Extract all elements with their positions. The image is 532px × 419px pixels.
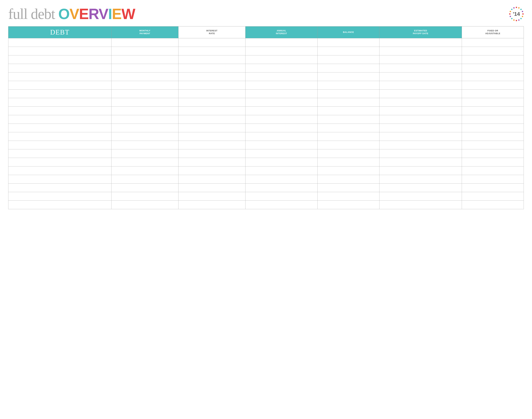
table-cell-monthly_payment[interactable] [111, 132, 178, 141]
table-cell-balance[interactable] [317, 175, 380, 183]
table-row[interactable] [8, 183, 524, 192]
table-cell-balance[interactable] [317, 149, 380, 158]
table-cell-debt[interactable] [8, 183, 112, 192]
table-cell-balance[interactable] [317, 141, 380, 149]
table-cell-debt[interactable] [8, 141, 112, 149]
table-cell-fixed_adjustable[interactable] [462, 72, 524, 81]
table-cell-monthly_payment[interactable] [111, 115, 178, 124]
table-cell-balance[interactable] [317, 47, 380, 55]
table-cell-monthly_payment[interactable] [111, 47, 178, 55]
table-cell-balance[interactable] [317, 200, 380, 209]
table-cell-annual_interest[interactable] [245, 124, 317, 132]
table-row[interactable] [8, 158, 524, 166]
table-cell-debt[interactable] [8, 200, 112, 209]
table-cell-balance[interactable] [317, 64, 380, 72]
table-cell-monthly_payment[interactable] [111, 64, 178, 72]
table-cell-fixed_adjustable[interactable] [462, 183, 524, 192]
table-cell-annual_interest[interactable] [245, 183, 317, 192]
table-cell-balance[interactable] [317, 55, 380, 64]
table-cell-interest_rate[interactable] [178, 183, 245, 192]
table-cell-monthly_payment[interactable] [111, 200, 178, 209]
table-cell-estimated_payoff[interactable] [380, 55, 462, 64]
table-cell-annual_interest[interactable] [245, 115, 317, 124]
table-cell-annual_interest[interactable] [245, 81, 317, 89]
table-cell-balance[interactable] [317, 38, 380, 47]
table-cell-fixed_adjustable[interactable] [462, 166, 524, 175]
table-cell-debt[interactable] [8, 149, 112, 158]
table-cell-monthly_payment[interactable] [111, 149, 178, 158]
table-cell-annual_interest[interactable] [245, 149, 317, 158]
table-cell-balance[interactable] [317, 81, 380, 89]
table-row[interactable] [8, 64, 524, 72]
table-row[interactable] [8, 106, 524, 115]
table-row[interactable] [8, 38, 524, 47]
table-row[interactable] [8, 124, 524, 132]
table-cell-balance[interactable] [317, 192, 380, 200]
table-cell-interest_rate[interactable] [178, 166, 245, 175]
table-cell-debt[interactable] [8, 175, 112, 183]
table-cell-estimated_payoff[interactable] [380, 200, 462, 209]
table-cell-monthly_payment[interactable] [111, 141, 178, 149]
table-cell-balance[interactable] [317, 183, 380, 192]
table-cell-annual_interest[interactable] [245, 192, 317, 200]
table-cell-balance[interactable] [317, 106, 380, 115]
table-cell-interest_rate[interactable] [178, 149, 245, 158]
table-cell-balance[interactable] [317, 115, 380, 124]
table-cell-fixed_adjustable[interactable] [462, 141, 524, 149]
table-cell-fixed_adjustable[interactable] [462, 149, 524, 158]
table-cell-interest_rate[interactable] [178, 200, 245, 209]
table-cell-balance[interactable] [317, 72, 380, 81]
table-cell-debt[interactable] [8, 89, 112, 98]
table-row[interactable] [8, 81, 524, 89]
table-cell-estimated_payoff[interactable] [380, 115, 462, 124]
table-cell-annual_interest[interactable] [245, 200, 317, 209]
table-cell-estimated_payoff[interactable] [380, 158, 462, 166]
table-cell-estimated_payoff[interactable] [380, 47, 462, 55]
table-cell-annual_interest[interactable] [245, 64, 317, 72]
table-cell-balance[interactable] [317, 166, 380, 175]
table-cell-fixed_adjustable[interactable] [462, 55, 524, 64]
table-row[interactable] [8, 175, 524, 183]
table-cell-fixed_adjustable[interactable] [462, 200, 524, 209]
table-cell-estimated_payoff[interactable] [380, 98, 462, 106]
table-cell-estimated_payoff[interactable] [380, 149, 462, 158]
table-cell-fixed_adjustable[interactable] [462, 89, 524, 98]
table-row[interactable] [8, 55, 524, 64]
table-cell-balance[interactable] [317, 132, 380, 141]
table-cell-interest_rate[interactable] [178, 47, 245, 55]
table-cell-balance[interactable] [317, 98, 380, 106]
table-cell-estimated_payoff[interactable] [380, 72, 462, 81]
table-cell-interest_rate[interactable] [178, 55, 245, 64]
table-cell-estimated_payoff[interactable] [380, 192, 462, 200]
table-cell-interest_rate[interactable] [178, 64, 245, 72]
table-cell-interest_rate[interactable] [178, 72, 245, 81]
table-cell-debt[interactable] [8, 38, 112, 47]
table-cell-monthly_payment[interactable] [111, 166, 178, 175]
table-cell-debt[interactable] [8, 132, 112, 141]
table-cell-estimated_payoff[interactable] [380, 38, 462, 47]
table-cell-monthly_payment[interactable] [111, 89, 178, 98]
table-cell-interest_rate[interactable] [178, 192, 245, 200]
table-cell-estimated_payoff[interactable] [380, 141, 462, 149]
table-cell-debt[interactable] [8, 47, 112, 55]
table-cell-fixed_adjustable[interactable] [462, 115, 524, 124]
table-cell-interest_rate[interactable] [178, 38, 245, 47]
table-row[interactable] [8, 166, 524, 175]
table-cell-fixed_adjustable[interactable] [462, 132, 524, 141]
table-row[interactable] [8, 141, 524, 149]
table-cell-monthly_payment[interactable] [111, 124, 178, 132]
table-cell-annual_interest[interactable] [245, 175, 317, 183]
table-row[interactable] [8, 98, 524, 106]
table-cell-monthly_payment[interactable] [111, 183, 178, 192]
table-cell-interest_rate[interactable] [178, 98, 245, 106]
table-row[interactable] [8, 132, 524, 141]
table-cell-interest_rate[interactable] [178, 175, 245, 183]
table-cell-monthly_payment[interactable] [111, 106, 178, 115]
table-cell-fixed_adjustable[interactable] [462, 192, 524, 200]
table-cell-debt[interactable] [8, 64, 112, 72]
table-cell-estimated_payoff[interactable] [380, 64, 462, 72]
table-cell-debt[interactable] [8, 81, 112, 89]
table-row[interactable] [8, 200, 524, 209]
table-cell-estimated_payoff[interactable] [380, 132, 462, 141]
table-cell-debt[interactable] [8, 192, 112, 200]
